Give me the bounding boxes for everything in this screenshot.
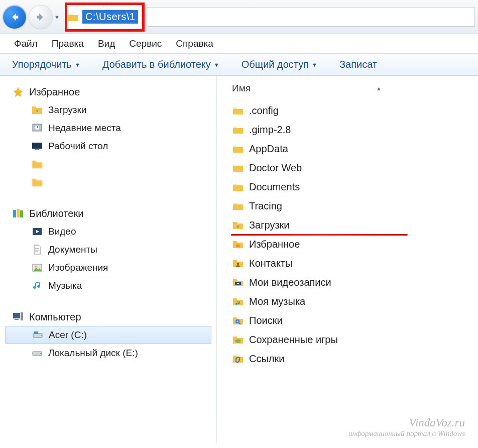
svg-rect-12	[13, 313, 20, 318]
svg-rect-3	[32, 143, 42, 149]
nav-music[interactable]: Музыка	[0, 277, 216, 295]
menu-edit[interactable]: Правка	[52, 38, 84, 49]
svg-point-19	[40, 353, 41, 354]
search-folder-icon	[232, 314, 244, 326]
file-item-label: Tracing	[249, 200, 282, 212]
contacts-icon	[232, 257, 244, 269]
nav-documents[interactable]: Документы	[0, 241, 216, 259]
svg-rect-17	[34, 331, 38, 334]
file-item[interactable]: Загрузки	[232, 215, 478, 235]
sort-indicator-icon: ▲	[376, 85, 382, 91]
nav-downloads[interactable]: Загрузки	[0, 101, 216, 119]
svg-rect-14	[15, 319, 19, 320]
file-item[interactable]: .gimp-2.8	[232, 120, 478, 139]
file-item[interactable]: Сохраненные игры	[232, 330, 478, 349]
file-item-label: .config	[249, 105, 279, 117]
nav-pictures[interactable]: Изображения	[0, 259, 216, 277]
chevron-down-icon: ▼	[214, 62, 219, 68]
folder-icon	[232, 181, 244, 193]
watermark: VindaVoz.ru информационный портал о Wind…	[348, 416, 465, 438]
menu-view[interactable]: Вид	[98, 38, 115, 49]
svg-rect-5	[13, 210, 16, 217]
computer-icon	[12, 311, 24, 323]
address-bar[interactable]: C:\Users\1	[65, 3, 145, 32]
file-item-label: Documents	[249, 181, 300, 193]
file-item[interactable]: Моя музыка	[232, 292, 478, 311]
chevron-down-icon: ▼	[312, 62, 317, 68]
downloads-icon	[232, 219, 244, 231]
links-icon	[232, 353, 244, 365]
file-item[interactable]: AppData	[232, 139, 478, 158]
nav-desktop[interactable]: Рабочий стол	[0, 137, 216, 155]
video-icon	[31, 226, 43, 238]
organize-button[interactable]: Упорядочить▼	[12, 59, 80, 70]
desktop-icon	[31, 140, 43, 152]
folder-icon	[31, 158, 43, 170]
file-item[interactable]: Documents	[232, 177, 478, 196]
file-item[interactable]: .config	[232, 101, 478, 120]
share-button[interactable]: Общий доступ▼	[242, 59, 317, 70]
file-item[interactable]: Doctor Web	[232, 158, 478, 177]
file-item[interactable]: Ссылки	[232, 349, 478, 368]
file-item[interactable]: Tracing	[232, 196, 478, 215]
nav-recent-places[interactable]: Недавние места	[0, 119, 216, 137]
content-pane: Имя ▲ .config.gimp-2.8AppDataDoctor WebD…	[217, 76, 478, 443]
navigation-bar: ▼ C:\Users\1	[0, 0, 478, 34]
file-item[interactable]: Избранное	[232, 235, 478, 254]
add-to-library-button[interactable]: Добавить в библиотеку▼	[102, 59, 219, 70]
menu-tools[interactable]: Сервис	[129, 38, 162, 49]
history-dropdown-icon[interactable]: ▼	[54, 14, 60, 20]
drive-icon	[32, 329, 44, 341]
star-icon	[12, 86, 24, 98]
menu-file[interactable]: Файл	[14, 38, 38, 49]
libraries-icon	[12, 207, 24, 219]
pictures-icon	[31, 262, 43, 274]
nav-drive-e[interactable]: Локальный диск (E:)	[0, 344, 216, 362]
downloads-icon	[31, 104, 43, 116]
nav-drive-c[interactable]: Acer (C:)	[5, 326, 211, 344]
navigation-pane: Избранное Загрузки Недавние места Рабочи…	[0, 76, 217, 443]
file-item[interactable]: Мои видеозаписи	[232, 273, 478, 292]
nav-item-blurred[interactable]	[0, 173, 216, 191]
documents-icon	[31, 244, 43, 256]
burn-button[interactable]: Записат	[339, 59, 377, 70]
libraries-header[interactable]: Библиотеки	[0, 204, 216, 222]
svg-rect-13	[21, 312, 23, 320]
nav-item-blurred[interactable]	[0, 155, 216, 173]
computer-header[interactable]: Компьютер	[0, 308, 216, 326]
svg-rect-6	[17, 209, 20, 217]
address-path[interactable]: C:\Users\1	[82, 10, 138, 24]
column-header-name[interactable]: Имя ▲	[232, 81, 478, 101]
folder-icon	[232, 200, 244, 212]
folder-icon	[67, 11, 79, 23]
menu-bar: Файл Правка Вид Сервис Справка	[0, 34, 478, 54]
folder-icon	[31, 176, 43, 188]
file-item-label: Избранное	[249, 239, 300, 250]
music-icon	[31, 280, 43, 292]
file-item-label: Поиски	[249, 315, 283, 326]
file-item[interactable]: Контакты	[232, 254, 478, 273]
chevron-down-icon: ▼	[75, 62, 80, 68]
command-bar: Упорядочить▼ Добавить в библиотеку▼ Общи…	[0, 54, 478, 76]
folder-icon	[232, 162, 244, 174]
menu-help[interactable]: Справка	[176, 38, 213, 49]
file-item[interactable]: Поиски	[232, 311, 478, 330]
svg-rect-25	[235, 340, 241, 343]
games-icon	[232, 333, 244, 346]
nav-video[interactable]: Видео	[0, 222, 216, 241]
favorites-header[interactable]: Избранное	[0, 83, 216, 101]
svg-point-11	[35, 266, 37, 268]
forward-button[interactable]	[29, 6, 52, 29]
file-item-label: Контакты	[249, 258, 292, 269]
address-bar-remainder[interactable]	[148, 8, 475, 27]
drive-icon	[31, 347, 43, 359]
svg-point-16	[41, 335, 42, 336]
folder-icon	[232, 104, 244, 117]
svg-point-27	[238, 341, 240, 342]
favorites-icon	[232, 238, 244, 250]
music-folder-icon	[232, 295, 244, 307]
file-item-label: Сохраненные игры	[249, 334, 338, 346]
back-button[interactable]	[3, 6, 26, 29]
svg-point-20	[237, 263, 239, 265]
svg-point-26	[236, 341, 237, 342]
